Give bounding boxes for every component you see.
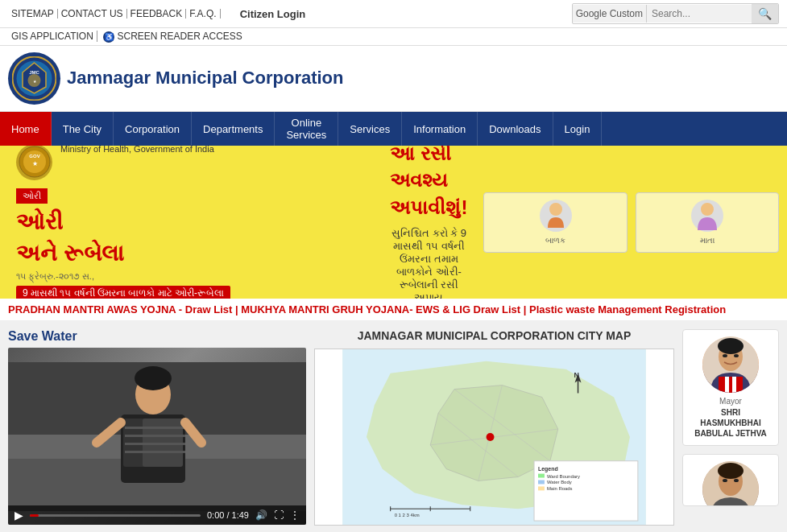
svg-rect-52 <box>719 377 743 393</box>
svg-text:Legend: Legend <box>538 466 558 472</box>
svg-point-30 <box>487 433 495 441</box>
svg-rect-36 <box>538 474 545 478</box>
nav-information[interactable]: Information <box>402 112 478 146</box>
svg-rect-21 <box>125 451 185 453</box>
banner-description: સુનિશ્ચિત કરો કે 9 માસથી ૧૫ વર્ષની ઉંમરન… <box>390 227 467 299</box>
video-image <box>8 362 306 511</box>
second-official-card <box>682 454 779 506</box>
svg-text:0  1  2  3  4km: 0 1 2 3 4km <box>395 513 420 518</box>
nav-online-services[interactable]: Online Services <box>275 112 338 146</box>
banner-subtitle: આ રસી અવશ્ય અપાવીશું! <box>390 146 467 221</box>
google-label: Google Custom <box>573 5 647 23</box>
nav-corporation[interactable]: Corporation <box>114 112 192 146</box>
top-nav-links: SITEMAP CONTACT US FEEDBACK F.A.Q. Citiz… <box>8 9 309 19</box>
news-ticker: PRADHAN MANTRI AWAS YOJNA - Draw List | … <box>0 299 787 321</box>
svg-point-24 <box>135 366 172 390</box>
nav-home[interactable]: Home <box>0 112 52 146</box>
svg-text:Main Roads: Main Roads <box>547 486 573 491</box>
baby-icon <box>540 200 572 232</box>
banner-tag: ઓરી <box>16 188 48 204</box>
top-bar: SITEMAP CONTACT US FEEDBACK F.A.Q. Citiz… <box>0 0 787 28</box>
svg-rect-19 <box>125 435 185 437</box>
volume-icon[interactable]: 🔊 <box>255 509 267 521</box>
svg-text:GOV: GOV <box>29 154 39 159</box>
emblem-svg: JMC ★ <box>12 56 56 101</box>
mother-icon <box>691 200 723 232</box>
video-controls: ▶ 0:00 / 1:49 🔊 ⛶ ⋮ <box>8 505 306 525</box>
city-map-svg: N Legend Ward Boundary Water Body Main R… <box>315 349 673 525</box>
svg-text:Ward Boundary: Ward Boundary <box>547 474 580 479</box>
svg-rect-20 <box>125 443 185 445</box>
second-official-photo <box>702 461 759 506</box>
main-content-area: Save Water <box>0 321 787 532</box>
progress-fill <box>30 514 39 517</box>
svg-point-59 <box>734 479 739 482</box>
svg-rect-38 <box>538 480 545 485</box>
main-navigation: Home The City Corporation Departments On… <box>0 112 787 146</box>
fullscreen-icon[interactable]: ⛶ <box>274 509 284 521</box>
svg-rect-54 <box>732 377 736 393</box>
svg-rect-53 <box>725 377 729 393</box>
svg-point-50 <box>734 354 739 357</box>
gis-application-link[interactable]: GIS APPLICATION <box>8 31 97 42</box>
svg-point-57 <box>718 463 744 479</box>
banner-right-cards: બાળક માતા <box>475 184 787 261</box>
logo-area: JMC ★ Jamnagar Municipal Corporation <box>8 52 344 105</box>
svg-point-49 <box>723 354 727 357</box>
svg-rect-40 <box>538 486 545 490</box>
nav-services[interactable]: Services <box>338 112 402 146</box>
more-options-icon[interactable]: ⋮ <box>290 509 300 521</box>
svg-point-10 <box>701 203 714 216</box>
banner-bottom: 9 માસથી ૧૫ વર્ષની ઉંમરના બાળકો માટે ઓરી-… <box>16 286 230 299</box>
svg-text:Water Body: Water Body <box>547 480 572 485</box>
site-header: JMC ★ Jamnagar Municipal Corporation <box>0 46 787 112</box>
time-display: 0:00 / 1:49 <box>207 510 249 520</box>
wheelchair-icon: ♿ <box>103 31 114 43</box>
map-container[interactable]: N Legend Ward Boundary Water Body Main R… <box>314 348 674 526</box>
nav-the-city[interactable]: The City <box>52 112 114 146</box>
hero-banner: GOV ★ Ministry of Health, Government of … <box>0 146 787 299</box>
top-right-area: Google Custom 🔍 <box>572 3 779 24</box>
gis-links: GIS APPLICATION ♿ SCREEN READER ACCESS <box>8 31 246 43</box>
play-button[interactable]: ▶ <box>14 509 23 522</box>
mayor-photo <box>702 336 759 393</box>
sitemap-link[interactable]: SITEMAP <box>8 9 58 19</box>
logo-emblem: JMC ★ <box>8 52 60 105</box>
svg-text:★: ★ <box>31 160 37 167</box>
progress-bar[interactable] <box>30 514 201 517</box>
citizen-login-link[interactable]: Citizen Login <box>237 9 309 19</box>
officials-section: Mayor SHRI HASMUKHBHAI BABULAL JETHVA <box>682 329 779 526</box>
svg-point-9 <box>549 203 562 216</box>
mayor-label: Mayor <box>690 397 772 406</box>
svg-point-58 <box>723 479 727 482</box>
faq-link[interactable]: F.A.Q. <box>186 9 220 19</box>
search-box: Google Custom 🔍 <box>572 3 779 24</box>
feedback-link[interactable]: FEEDBACK <box>127 9 187 19</box>
search-button[interactable]: 🔍 <box>752 4 778 23</box>
banner-left-content: GOV ★ Ministry of Health, Government of … <box>0 146 382 299</box>
contact-us-link[interactable]: CONTACT US <box>58 9 127 19</box>
nav-departments[interactable]: Departments <box>192 112 275 146</box>
banner-date: ૧૫ ફ્રેબ્રુ.-૨૦૧૭ સ., <box>16 271 94 282</box>
video-thumbnail <box>8 348 306 525</box>
mayor-card: Mayor SHRI HASMUKHBHAI BABULAL JETHVA <box>682 329 779 446</box>
video-player[interactable]: ▶ 0:00 / 1:49 🔊 ⛶ ⋮ <box>8 348 306 525</box>
save-water-label: Save Water <box>8 329 306 344</box>
banner-emblem: GOV ★ <box>16 146 52 180</box>
banner-card-1: બાળક <box>483 192 627 253</box>
banner-card-2: માતા <box>636 192 779 253</box>
nav-login[interactable]: Login <box>553 112 603 146</box>
search-input[interactable] <box>647 5 752 23</box>
mayor-name: SHRI HASMUKHBHAI BABULAL JETHVA <box>690 407 772 439</box>
svg-rect-18 <box>125 427 185 429</box>
nav-downloads[interactable]: Downloads <box>478 112 553 146</box>
banner-heading-gujarati: ઓરીઅને રૂબેલા <box>16 206 124 269</box>
gis-bar: GIS APPLICATION ♿ SCREEN READER ACCESS <box>0 28 787 46</box>
svg-point-51 <box>718 338 744 354</box>
logo-text: Jamnagar Municipal Corporation <box>67 67 344 90</box>
map-section: JAMNAGAR MUNICIPAL CORPORATION CITY MAP <box>306 329 682 526</box>
video-section: Save Water <box>8 329 306 526</box>
map-title: JAMNAGAR MUNICIPAL CORPORATION CITY MAP <box>314 329 674 342</box>
banner-center-content: આ રસી અવશ્ય અપાવીશું! સુનિશ્ચિત કરો કે 9… <box>382 146 475 299</box>
screen-reader-link[interactable]: ♿ SCREEN READER ACCESS <box>100 31 246 42</box>
